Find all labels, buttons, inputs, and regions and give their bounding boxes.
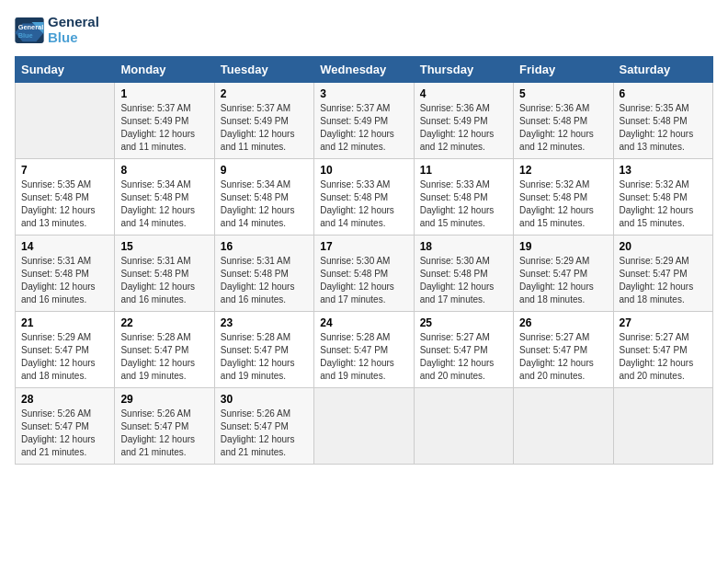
day-number: 25 [420, 316, 507, 329]
day-info: Sunrise: 5:29 AM Sunset: 5:47 PM Dayligh… [620, 255, 707, 306]
calendar-cell: 22Sunrise: 5:28 AM Sunset: 5:47 PM Dayli… [115, 312, 214, 388]
calendar-cell: 14Sunrise: 5:31 AM Sunset: 5:48 PM Dayli… [16, 236, 115, 312]
week-row-4: 21Sunrise: 5:29 AM Sunset: 5:47 PM Dayli… [16, 312, 713, 388]
day-number: 21 [21, 316, 108, 329]
column-header-tuesday: Tuesday [214, 57, 313, 83]
day-info: Sunrise: 5:37 AM Sunset: 5:49 PM Dayligh… [120, 102, 208, 154]
calendar-header-row: SundayMondayTuesdayWednesdayThursdayFrid… [16, 57, 713, 83]
day-info: Sunrise: 5:33 AM Sunset: 5:48 PM Dayligh… [320, 178, 407, 230]
calendar-cell: 11Sunrise: 5:33 AM Sunset: 5:48 PM Dayli… [414, 159, 513, 236]
day-number: 28 [21, 393, 108, 406]
day-number: 14 [21, 240, 108, 253]
day-info: Sunrise: 5:34 AM Sunset: 5:48 PM Dayligh… [120, 178, 208, 230]
day-info: Sunrise: 5:28 AM Sunset: 5:47 PM Dayligh… [221, 331, 308, 383]
day-number: 10 [320, 164, 407, 177]
day-number: 3 [320, 87, 407, 100]
day-number: 5 [519, 87, 607, 100]
calendar-cell: 16Sunrise: 5:31 AM Sunset: 5:48 PM Dayli… [214, 236, 313, 312]
day-info: Sunrise: 5:27 AM Sunset: 5:47 PM Dayligh… [620, 331, 707, 383]
day-number: 7 [21, 164, 108, 177]
calendar-cell: 4Sunrise: 5:36 AM Sunset: 5:49 PM Daylig… [414, 83, 513, 159]
calendar-cell: 23Sunrise: 5:28 AM Sunset: 5:47 PM Dayli… [214, 312, 313, 388]
week-row-1: 1Sunrise: 5:37 AM Sunset: 5:49 PM Daylig… [16, 83, 713, 159]
day-number: 24 [320, 316, 407, 329]
logo-icon: General Blue [15, 17, 44, 43]
day-info: Sunrise: 5:26 AM Sunset: 5:47 PM Dayligh… [221, 408, 308, 459]
calendar-cell [16, 83, 115, 159]
day-info: Sunrise: 5:36 AM Sunset: 5:49 PM Dayligh… [420, 102, 507, 154]
calendar-cell: 3Sunrise: 5:37 AM Sunset: 5:49 PM Daylig… [314, 83, 414, 159]
svg-text:General: General [18, 23, 44, 31]
day-number: 29 [120, 393, 208, 406]
calendar-cell [314, 388, 414, 465]
calendar-cell: 25Sunrise: 5:27 AM Sunset: 5:47 PM Dayli… [414, 312, 513, 388]
column-header-saturday: Saturday [613, 57, 712, 83]
day-info: Sunrise: 5:32 AM Sunset: 5:48 PM Dayligh… [620, 178, 707, 230]
week-row-2: 7Sunrise: 5:35 AM Sunset: 5:48 PM Daylig… [16, 159, 713, 236]
calendar-cell: 28Sunrise: 5:26 AM Sunset: 5:47 PM Dayli… [16, 388, 115, 465]
day-number: 9 [221, 164, 308, 177]
logo-text-blue: Blue [48, 30, 99, 46]
week-row-5: 28Sunrise: 5:26 AM Sunset: 5:47 PM Dayli… [16, 388, 713, 465]
column-header-sunday: Sunday [16, 57, 115, 83]
calendar-cell: 27Sunrise: 5:27 AM Sunset: 5:47 PM Dayli… [613, 312, 712, 388]
day-number: 23 [221, 316, 308, 329]
logo-text-general: General [48, 15, 99, 30]
day-number: 11 [420, 164, 507, 177]
day-number: 18 [420, 240, 507, 253]
day-number: 15 [120, 240, 208, 253]
day-info: Sunrise: 5:33 AM Sunset: 5:48 PM Dayligh… [420, 178, 507, 230]
day-number: 12 [519, 164, 607, 177]
day-number: 19 [519, 240, 607, 253]
day-number: 22 [120, 316, 208, 329]
calendar-cell: 30Sunrise: 5:26 AM Sunset: 5:47 PM Dayli… [214, 388, 313, 465]
calendar-cell: 1Sunrise: 5:37 AM Sunset: 5:49 PM Daylig… [115, 83, 214, 159]
day-number: 4 [420, 87, 507, 100]
svg-text:Blue: Blue [18, 31, 33, 40]
calendar-cell: 13Sunrise: 5:32 AM Sunset: 5:48 PM Dayli… [613, 159, 712, 236]
day-number: 20 [620, 240, 707, 253]
day-info: Sunrise: 5:28 AM Sunset: 5:47 PM Dayligh… [320, 331, 407, 383]
day-info: Sunrise: 5:29 AM Sunset: 5:47 PM Dayligh… [21, 331, 108, 383]
calendar-cell: 19Sunrise: 5:29 AM Sunset: 5:47 PM Dayli… [514, 236, 613, 312]
calendar-cell: 26Sunrise: 5:27 AM Sunset: 5:47 PM Dayli… [514, 312, 613, 388]
calendar-cell: 10Sunrise: 5:33 AM Sunset: 5:48 PM Dayli… [314, 159, 414, 236]
day-info: Sunrise: 5:28 AM Sunset: 5:47 PM Dayligh… [120, 331, 208, 383]
day-info: Sunrise: 5:26 AM Sunset: 5:47 PM Dayligh… [21, 408, 108, 459]
day-info: Sunrise: 5:35 AM Sunset: 5:48 PM Dayligh… [21, 178, 108, 230]
day-info: Sunrise: 5:27 AM Sunset: 5:47 PM Dayligh… [519, 331, 607, 383]
day-info: Sunrise: 5:30 AM Sunset: 5:48 PM Dayligh… [420, 255, 507, 306]
day-info: Sunrise: 5:31 AM Sunset: 5:48 PM Dayligh… [221, 255, 308, 306]
day-number: 27 [620, 316, 707, 329]
day-info: Sunrise: 5:36 AM Sunset: 5:48 PM Dayligh… [519, 102, 607, 154]
day-info: Sunrise: 5:27 AM Sunset: 5:47 PM Dayligh… [420, 331, 507, 383]
calendar-cell [414, 388, 513, 465]
day-info: Sunrise: 5:34 AM Sunset: 5:48 PM Dayligh… [221, 178, 308, 230]
calendar-cell: 20Sunrise: 5:29 AM Sunset: 5:47 PM Dayli… [613, 236, 712, 312]
day-number: 17 [320, 240, 407, 253]
day-info: Sunrise: 5:32 AM Sunset: 5:48 PM Dayligh… [519, 178, 607, 230]
calendar-cell: 21Sunrise: 5:29 AM Sunset: 5:47 PM Dayli… [16, 312, 115, 388]
calendar-cell [514, 388, 613, 465]
calendar-table: SundayMondayTuesdayWednesdayThursdayFrid… [15, 56, 713, 465]
day-number: 2 [221, 87, 308, 100]
calendar-cell [613, 388, 712, 465]
calendar-cell: 12Sunrise: 5:32 AM Sunset: 5:48 PM Dayli… [514, 159, 613, 236]
day-number: 16 [221, 240, 308, 253]
day-info: Sunrise: 5:37 AM Sunset: 5:49 PM Dayligh… [320, 102, 407, 154]
calendar-cell: 15Sunrise: 5:31 AM Sunset: 5:48 PM Dayli… [115, 236, 214, 312]
calendar-cell: 9Sunrise: 5:34 AM Sunset: 5:48 PM Daylig… [214, 159, 313, 236]
day-info: Sunrise: 5:31 AM Sunset: 5:48 PM Dayligh… [21, 255, 108, 306]
day-number: 30 [221, 393, 308, 406]
page-header: General Blue General Blue [15, 15, 713, 45]
calendar-cell: 17Sunrise: 5:30 AM Sunset: 5:48 PM Dayli… [314, 236, 414, 312]
calendar-cell: 5Sunrise: 5:36 AM Sunset: 5:48 PM Daylig… [514, 83, 613, 159]
day-number: 1 [120, 87, 208, 100]
logo: General Blue General Blue [15, 15, 99, 45]
day-number: 26 [519, 316, 607, 329]
calendar-cell: 24Sunrise: 5:28 AM Sunset: 5:47 PM Dayli… [314, 312, 414, 388]
calendar-cell: 6Sunrise: 5:35 AM Sunset: 5:48 PM Daylig… [613, 83, 712, 159]
column-header-wednesday: Wednesday [314, 57, 414, 83]
column-header-thursday: Thursday [414, 57, 513, 83]
day-number: 13 [620, 164, 707, 177]
